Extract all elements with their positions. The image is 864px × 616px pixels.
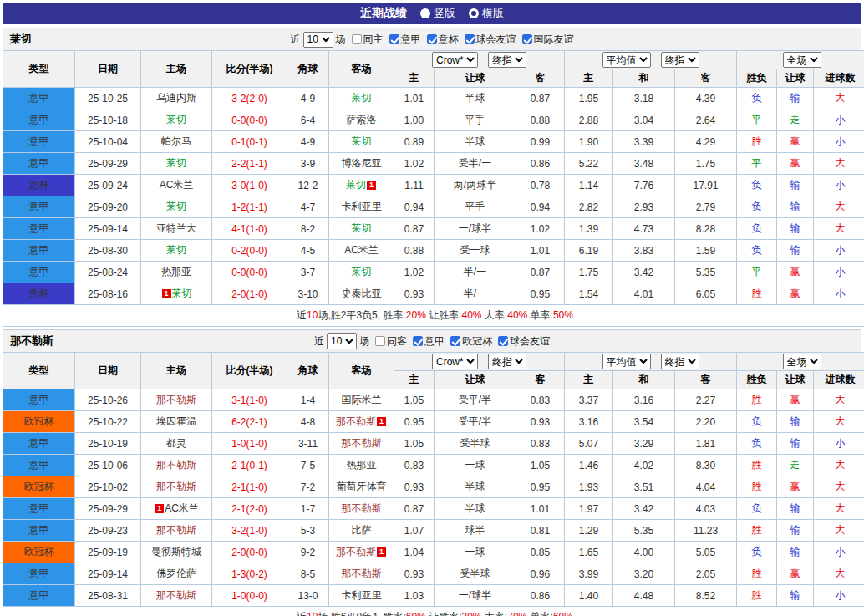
- home-team-link[interactable]: 都灵: [166, 437, 186, 449]
- avg-draw-cell: 3.39: [613, 131, 675, 153]
- away-team-link[interactable]: 那不勒斯1: [336, 546, 387, 557]
- result-outcome-cell: 胜: [737, 563, 777, 585]
- layout-radio-horizontal[interactable]: 横版: [469, 6, 504, 21]
- competition-filter-checkbox[interactable]: 意甲: [413, 334, 445, 349]
- home-team-link[interactable]: 那不勒斯: [156, 481, 196, 492]
- same-venue-checkbox[interactable]: 同客: [375, 334, 407, 349]
- average-stage-select[interactable]: 终指: [661, 354, 699, 369]
- away-team-link[interactable]: 莱切: [352, 135, 372, 147]
- match-row: 意甲25-10-18莱切0-0(0-0)6-4萨索洛1.00平手0.882.88…: [3, 109, 864, 131]
- home-team-link[interactable]: 1莱切: [161, 288, 192, 299]
- competition-cell: 意甲: [3, 389, 75, 411]
- home-team-link[interactable]: 1AC米兰: [154, 502, 199, 514]
- home-team-link[interactable]: 莱切: [166, 157, 186, 169]
- result-outcome-cell: 胜: [737, 520, 777, 542]
- home-team-link[interactable]: 埃因霍温: [156, 415, 196, 427]
- odds-stage-select[interactable]: 终指: [488, 354, 526, 369]
- home-team-link[interactable]: 帕尔马: [161, 135, 191, 147]
- home-team-link[interactable]: 乌迪内斯: [156, 92, 196, 104]
- away-team-link[interactable]: 史泰比亚: [342, 288, 382, 299]
- competition-filter-checkbox[interactable]: 国际友谊: [522, 33, 574, 47]
- competition-cell: 意甲: [3, 262, 75, 283]
- competition-filter-checkbox[interactable]: 球会友谊: [465, 33, 516, 47]
- home-team-link[interactable]: 莱切: [166, 244, 186, 256]
- away-team-cell: 热那亚: [329, 455, 394, 476]
- competition-filter-checkbox[interactable]: 意甲: [389, 33, 421, 47]
- team-name: 莱切: [10, 32, 32, 47]
- away-team-link[interactable]: 莱切: [352, 266, 372, 277]
- summary-segment: 50%: [553, 309, 573, 321]
- home-team-link[interactable]: 热那亚: [161, 266, 191, 277]
- date-cell: 25-10-25: [75, 88, 141, 109]
- away-team-link[interactable]: 卡利亚里: [342, 589, 382, 601]
- away-team-link[interactable]: 那不勒斯: [342, 568, 382, 579]
- home-odds-cell: 0.88: [394, 240, 435, 262]
- corners-cell: 12-2: [287, 175, 329, 196]
- away-team-link[interactable]: 国际米兰: [342, 394, 382, 405]
- scope-select[interactable]: 全场: [783, 52, 821, 68]
- result-goals-cell: 大: [814, 455, 864, 476]
- away-team-link[interactable]: 那不勒斯: [342, 437, 382, 449]
- result-handicap-cell: 赢: [777, 153, 814, 175]
- home-team-link[interactable]: 那不勒斯: [156, 524, 196, 536]
- team-section-2: 那不勒斯近10场同客意甲欧冠杯球会友谊类型日期主场比分(半场)角球客场Crow*…: [3, 329, 861, 616]
- away-team-link[interactable]: 那不勒斯: [342, 502, 382, 514]
- away-odds-cell: 0.95: [516, 283, 565, 305]
- sub-column-header: 主: [394, 371, 435, 389]
- result-handicap-cell: 赢: [777, 131, 814, 153]
- topbar: 近期战绩 竖版 横版: [3, 3, 861, 24]
- home-team-link[interactable]: 莱切: [166, 201, 186, 212]
- away-team-link[interactable]: 卡利亚里: [342, 201, 382, 212]
- match-count-select[interactable]: 10: [327, 333, 357, 349]
- away-team-link[interactable]: 热那亚: [347, 459, 377, 471]
- avg-away-cell: 4.39: [675, 88, 737, 109]
- team-name: 那不勒斯: [10, 333, 53, 349]
- average-select[interactable]: 平均值: [602, 52, 651, 68]
- competition-cell: 欧冠杯: [3, 411, 75, 433]
- competition-filter-checkbox[interactable]: 球会友谊: [498, 334, 550, 349]
- same-venue-checkbox[interactable]: 同主: [352, 33, 384, 47]
- checkbox-icon: [375, 336, 385, 346]
- home-team-link[interactable]: 那不勒斯: [156, 394, 196, 405]
- away-team-link[interactable]: 博洛尼亚: [342, 157, 382, 169]
- home-team-link[interactable]: 那不勒斯: [156, 589, 196, 601]
- layout-radio-vertical[interactable]: 竖版: [420, 6, 455, 21]
- home-team-link[interactable]: 曼彻斯特城: [151, 546, 201, 557]
- away-team-link[interactable]: AC米兰: [344, 244, 379, 256]
- avg-home-cell: 1.93: [565, 476, 613, 498]
- home-odds-cell: 0.83: [394, 455, 435, 476]
- red-card-badge: 1: [377, 547, 386, 557]
- away-team-link[interactable]: 葡萄牙体育: [337, 481, 387, 492]
- competition-filter-checkbox[interactable]: 意杯: [427, 33, 459, 47]
- average-stage-select[interactable]: 终指: [661, 52, 699, 68]
- away-team-link[interactable]: 莱切: [352, 222, 372, 234]
- avg-home-cell: 1.29: [565, 520, 613, 542]
- bookmaker-select[interactable]: Crow*: [432, 52, 478, 68]
- column-header: 主场: [141, 51, 212, 88]
- home-team-link[interactable]: AC米兰: [160, 179, 194, 191]
- column-header: 日期: [75, 51, 141, 88]
- away-team-link[interactable]: 比萨: [352, 524, 372, 536]
- result-outcome-cell: 平: [737, 109, 777, 131]
- home-team-link[interactable]: 佛罗伦萨: [156, 568, 196, 579]
- match-count-select[interactable]: 10: [303, 32, 333, 48]
- scope-select[interactable]: 全场: [783, 354, 821, 369]
- home-team-link[interactable]: 亚特兰大: [156, 222, 196, 234]
- away-team-link[interactable]: 萨索洛: [347, 114, 377, 125]
- avg-away-cell: 8.28: [675, 218, 737, 240]
- avg-draw-cell: 3.42: [613, 498, 675, 520]
- competition-filter-checkbox[interactable]: 欧冠杯: [450, 334, 492, 349]
- away-team-link[interactable]: 那不勒斯1: [336, 415, 387, 427]
- bookmaker-select[interactable]: Crow*: [432, 354, 478, 369]
- odds-stage-select[interactable]: 终指: [488, 52, 526, 68]
- match-row: 意甲25-10-26那不勒斯3-1(1-0)1-4国际米兰1.05受平/半0.8…: [3, 389, 864, 411]
- away-team-link[interactable]: 莱切: [352, 92, 372, 104]
- home-odds-cell: 1.04: [394, 542, 435, 563]
- away-team-cell: 那不勒斯: [329, 563, 394, 585]
- average-select[interactable]: 平均值: [602, 354, 651, 369]
- home-team-link[interactable]: 莱切: [166, 114, 186, 125]
- home-team-link[interactable]: 那不勒斯: [156, 459, 196, 471]
- handicap-cell: 一/球半: [435, 585, 516, 607]
- away-team-link[interactable]: 莱切1: [346, 179, 377, 191]
- corners-cell: 8-2: [287, 218, 329, 240]
